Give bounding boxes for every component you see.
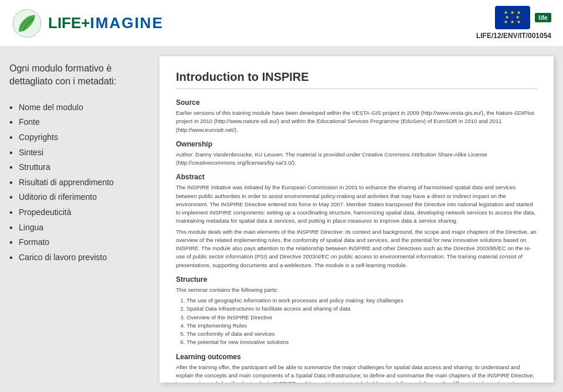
logo-icon	[12, 8, 42, 39]
left-panel-intro: Ogni modulo formativo è dettagliato con …	[9, 62, 150, 88]
metadata-item: Lingua	[9, 220, 150, 236]
document-sections: SourceEarlier versions of this training …	[176, 98, 537, 383]
left-panel: Ogni modulo formativo è dettagliato con …	[9, 56, 150, 383]
doc-section-text: After the training offer, the participan…	[176, 363, 537, 383]
life-badge: life	[535, 13, 551, 22]
metadata-list: Nome del moduloFonteCopyrightsSintesiStr…	[9, 100, 150, 265]
document-panel[interactable]: Introduction to INSPIRE SourceEarlier ve…	[160, 56, 554, 383]
doc-section-text: The INSPIRE initiative was initiated by …	[176, 183, 537, 225]
doc-section-text: This module deals with the main elements…	[176, 228, 537, 270]
logo-area: LIFE+ IMAGINE	[12, 8, 164, 39]
metadata-item: Uditorio di riferimento	[9, 190, 150, 205]
document-title: Introduction to INSPIRE	[176, 70, 537, 89]
metadata-item: Fonte	[9, 115, 150, 130]
metadata-item: Sintesi	[9, 145, 150, 161]
doc-list-item: Spatial Data Infrastructures to facilita…	[186, 305, 537, 313]
metadata-item: Copyrights	[9, 130, 150, 145]
doc-section-heading: Abstract	[176, 173, 537, 181]
doc-section-heading: Learning outcomes	[176, 353, 537, 361]
doc-section-heading: Structure	[176, 275, 537, 284]
doc-list-item: The conformity of data and services	[186, 330, 537, 338]
metadata-item: Struttura	[9, 160, 150, 175]
doc-list-item: The Implementing Rules	[186, 322, 537, 330]
doc-list-item: The potential for new innovative solutio…	[186, 338, 537, 346]
doc-list-item: Overview of the INSPIRE Directive	[186, 313, 537, 322]
doc-section-text: Author: Danny Vandenbroucke, KU Leuven. …	[176, 151, 537, 168]
metadata-item: Carico di lavoro previsto	[9, 250, 150, 265]
metadata-item: Formato	[9, 235, 150, 250]
metadata-item: Risultati di apprendimento	[9, 175, 150, 190]
header: LIFE+ IMAGINE ★ ★ ★★ ★★ ★ ★ life LIFE/12…	[0, 0, 563, 47]
eu-logo: ★ ★ ★★ ★★ ★ ★	[495, 6, 530, 29]
header-right: ★ ★ ★★ ★★ ★ ★ life LIFE/12/ENV/IT/001054	[476, 6, 551, 40]
main-content: Ogni modulo formativo è dettagliato con …	[0, 47, 563, 392]
logo-text: LIFE+ IMAGINE	[48, 14, 164, 32]
doc-section-heading: Ownership	[176, 140, 537, 148]
doc-section-list: The use of geographic information in wor…	[176, 296, 537, 347]
doc-section-text: This seminar contains the following part…	[176, 286, 537, 294]
doc-section-heading: Source	[176, 98, 537, 107]
doc-section-text: Earlier versions of this training module…	[176, 109, 537, 134]
metadata-item: Propedeuticità	[9, 205, 150, 220]
doc-list-item: The use of geographic information in wor…	[186, 296, 537, 305]
metadata-item: Nome del modulo	[9, 100, 150, 115]
project-code: LIFE/12/ENV/IT/001054	[476, 32, 551, 40]
